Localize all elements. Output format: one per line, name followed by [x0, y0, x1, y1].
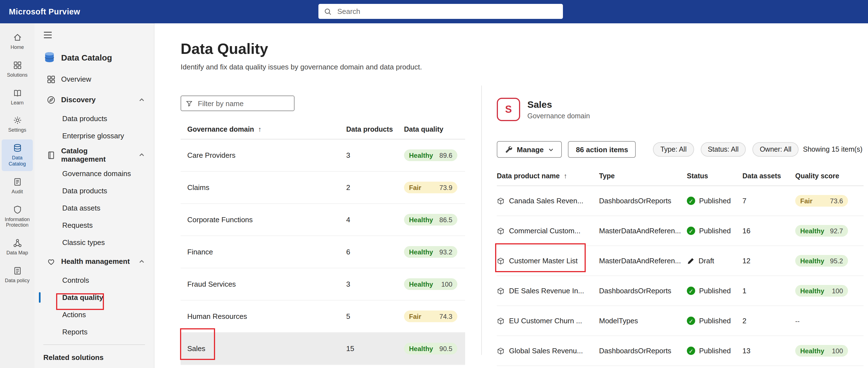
column-data-product-name[interactable]: Data product name	[497, 172, 599, 180]
sidebar-item-data-assets[interactable]: Data assets	[34, 199, 154, 216]
published-check-icon: ✓	[687, 197, 695, 205]
domain-row-care-providers[interactable]: Care Providers 3 Healthy89.6	[181, 139, 465, 172]
product-type: DashboardsOrReports	[599, 197, 687, 205]
sidebar-item-governance-domains[interactable]: Governance domains	[34, 165, 154, 182]
domain-row-claims[interactable]: Claims 2 Fair73.9	[181, 172, 465, 204]
rail-label: Solutions	[7, 72, 28, 78]
product-row-de-sales-revenue[interactable]: DE Sales Revenue In... DashboardsOrRepor…	[497, 276, 864, 306]
global-search[interactable]	[318, 4, 563, 19]
domain-row-sales[interactable]: Sales 15 Healthy90.5	[181, 333, 465, 365]
data-product-cube-icon	[497, 287, 504, 295]
product-row-global-sales-revenue[interactable]: Global Sales Revenu... DashboardsOrRepor…	[497, 336, 864, 366]
status-label: Published	[699, 287, 731, 295]
filter-pill-status[interactable]: Status: All	[701, 142, 746, 157]
status-badge: ✓Draft	[687, 257, 742, 265]
asset-count: 13	[742, 346, 793, 355]
domain-name: Claims	[181, 183, 346, 192]
rail-item-data-map[interactable]: Data Map	[2, 234, 33, 260]
column-data-assets[interactable]: Data assets	[742, 172, 793, 180]
search-input[interactable]	[336, 7, 557, 16]
product-type: ModelTypes	[599, 316, 687, 325]
rail-item-learn[interactable]: Learn	[2, 84, 33, 110]
domain-row-corporate-functions[interactable]: Corporate Functions 4 Healthy86.5	[181, 204, 465, 236]
sidebar-group-discovery[interactable]: Discovery	[34, 90, 154, 110]
governance-domain-panel: Governance domain Data products Data qua…	[154, 86, 481, 355]
published-check-icon: ✓	[687, 227, 695, 235]
product-row-eu-customer-churn[interactable]: EU Customer Churn ... ModelTypes ✓Publis…	[497, 306, 864, 336]
sidebar-item-actions[interactable]: Actions	[34, 306, 154, 323]
column-governance-domain[interactable]: Governance domain	[181, 126, 346, 133]
rail-item-settings[interactable]: Settings	[2, 112, 33, 137]
column-status[interactable]: Status	[687, 172, 742, 180]
rail-item-data-catalog[interactable]: Data Catalog	[2, 139, 33, 171]
filter-input[interactable]	[197, 99, 297, 108]
main-content: Data Quality Identify and fix data quali…	[154, 23, 868, 368]
sidebar-group-health-management[interactable]: Health management	[34, 251, 154, 272]
hamburger-menu-icon[interactable]	[43, 31, 154, 39]
filter-pill-type[interactable]: Type: All	[653, 142, 694, 157]
policy-document-icon	[12, 266, 22, 275]
product-row-commercial-customer[interactable]: Commercial Custom... MasterDataAndRefere…	[497, 216, 864, 246]
rail-item-audit[interactable]: Audit	[2, 173, 33, 199]
sidebar-item-reports[interactable]: Reports	[34, 323, 154, 340]
chevron-up-icon	[138, 258, 145, 265]
domain-row-finance[interactable]: Finance 6 Healthy93.2	[181, 236, 465, 268]
product-row-customer-master-list[interactable]: Customer Master List MasterDataAndRefere…	[497, 246, 864, 276]
published-check-icon: ✓	[687, 287, 695, 295]
product-table-header: Data product name Type Status Data asset…	[497, 167, 864, 186]
asset-count: 1	[742, 287, 793, 295]
sidebar-item-data-products[interactable]: Data products	[34, 110, 154, 127]
sidebar-group-catalog-management[interactable]: Catalog management	[34, 144, 154, 165]
rail-item-data-policy[interactable]: Data policy	[2, 262, 33, 288]
draft-pen-icon	[687, 257, 694, 265]
sidebar-group-label: Discovery	[61, 96, 96, 104]
domain-row-human-resources[interactable]: Human Resources 5 Fair74.3	[181, 301, 465, 333]
domain-row-fraud-services[interactable]: Fraud Services 3 Healthy100	[181, 268, 465, 301]
notebook-icon	[47, 150, 56, 159]
filter-pill-owner[interactable]: Owner: All	[752, 142, 799, 157]
domain-name: Corporate Functions	[181, 215, 346, 224]
domain-product-count: 6	[346, 248, 404, 256]
action-items-button[interactable]: 86 action items	[568, 141, 636, 158]
sidebar-item-enterprise-glossary[interactable]: Enterprise glossary	[34, 127, 154, 144]
sidebar-item-data-products-2[interactable]: Data products	[34, 182, 154, 199]
sidebar-item-label: Overview	[61, 75, 91, 83]
status-badge: ✓Published	[687, 227, 742, 235]
filter-by-name-field[interactable]	[181, 96, 294, 111]
search-icon	[324, 7, 332, 15]
column-data-products[interactable]: Data products	[346, 126, 404, 133]
sidebar-item-controls[interactable]: Controls	[34, 272, 154, 289]
domain-detail-title: Sales	[527, 99, 590, 110]
rail-item-solutions[interactable]: Solutions	[2, 57, 33, 82]
status-label: Published	[699, 346, 731, 355]
sidebar-item-classic-types[interactable]: Classic types	[34, 234, 154, 251]
status-label: Published	[699, 227, 731, 235]
domain-product-count: 5	[346, 312, 404, 321]
product-type: MasterDataAndReferen...	[599, 227, 687, 235]
quality-badge: --	[795, 315, 800, 327]
quality-badge: Healthy86.5	[404, 214, 457, 226]
chevron-up-icon	[138, 152, 145, 158]
app-rail: Home Solutions Learn Settings Data Catal…	[0, 23, 34, 368]
product-row-canada-sales[interactable]: Canada Sales Reven... DashboardsOrReport…	[497, 186, 864, 216]
sidebar-item-data-quality[interactable]: Data quality	[34, 289, 154, 306]
sidebar-group-label: Health management	[61, 257, 130, 266]
column-quality-score[interactable]: Quality score	[793, 172, 864, 180]
rail-item-home[interactable]: Home	[2, 29, 33, 55]
product-name: Canada Sales Reven...	[509, 197, 583, 205]
column-data-quality[interactable]: Data quality	[404, 126, 465, 133]
quality-badge: Healthy100	[404, 278, 457, 290]
rail-label: Audit	[11, 189, 23, 195]
page-title: Data Quality	[181, 40, 868, 58]
asset-count: 2	[742, 316, 793, 325]
sidebar-item-overview[interactable]: Overview	[34, 69, 154, 90]
manage-button[interactable]: Manage	[497, 141, 562, 158]
status-label: Published	[699, 316, 731, 325]
data-product-cube-icon	[497, 317, 504, 325]
heart-icon	[47, 257, 56, 266]
domain-product-count: 4	[346, 215, 404, 224]
sidebar-item-requests[interactable]: Requests	[34, 216, 154, 234]
rail-item-information-protection[interactable]: Information Protection	[2, 201, 33, 232]
overview-grid-icon	[47, 75, 56, 83]
column-type[interactable]: Type	[599, 172, 687, 180]
